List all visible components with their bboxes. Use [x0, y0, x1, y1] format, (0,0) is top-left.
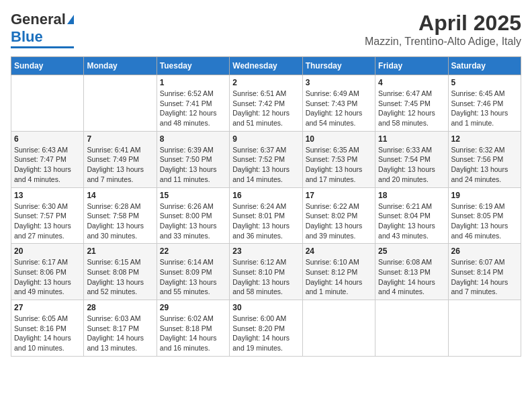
day-number: 1: [160, 78, 226, 87]
day-of-week-sunday: Sunday: [11, 57, 84, 75]
day-number: 17: [306, 191, 372, 200]
day-number: 9: [232, 134, 299, 144]
calendar-cell: 19Sunrise: 6:19 AMSunset: 8:05 PMDayligh…: [448, 187, 521, 244]
calendar-cell: 27Sunrise: 6:05 AMSunset: 8:16 PMDayligh…: [11, 300, 84, 357]
calendar-cell: 21Sunrise: 6:15 AMSunset: 8:08 PMDayligh…: [84, 244, 157, 300]
calendar-cell: 18Sunrise: 6:21 AMSunset: 8:04 PMDayligh…: [375, 187, 448, 244]
title-block: April 2025 Mazzin, Trentino-Alto Adige, …: [365, 11, 521, 48]
day-info: Sunrise: 6:32 AMSunset: 7:56 PMDaylight:…: [451, 145, 518, 185]
calendar-cell: 10Sunrise: 6:35 AMSunset: 7:53 PMDayligh…: [302, 131, 375, 187]
calendar-cell: [448, 300, 521, 357]
day-number: 28: [87, 303, 153, 312]
calendar-cell: 14Sunrise: 6:28 AMSunset: 7:58 PMDayligh…: [84, 187, 157, 244]
logo-blue: Blue: [11, 28, 43, 46]
day-info: Sunrise: 6:00 AMSunset: 8:20 PMDaylight:…: [232, 314, 299, 353]
day-number: 4: [378, 78, 445, 87]
day-info: Sunrise: 6:07 AMSunset: 8:14 PMDaylight:…: [451, 257, 518, 297]
day-info: Sunrise: 6:51 AMSunset: 7:42 PMDaylight:…: [232, 89, 299, 128]
calendar-cell: 3Sunrise: 6:49 AMSunset: 7:43 PMDaylight…: [302, 75, 375, 132]
day-info: Sunrise: 6:12 AMSunset: 8:10 PMDaylight:…: [232, 257, 299, 297]
day-info: Sunrise: 6:30 AMSunset: 7:57 PMDaylight:…: [14, 201, 81, 241]
calendar-week-5: 27Sunrise: 6:05 AMSunset: 8:16 PMDayligh…: [11, 300, 521, 357]
day-info: Sunrise: 6:05 AMSunset: 8:16 PMDaylight:…: [14, 314, 81, 353]
day-number: 2: [232, 78, 299, 87]
day-info: Sunrise: 6:24 AMSunset: 8:01 PMDaylight:…: [232, 201, 299, 241]
day-info: Sunrise: 6:41 AMSunset: 7:49 PMDaylight:…: [87, 145, 153, 185]
day-info: Sunrise: 6:49 AMSunset: 7:43 PMDaylight:…: [306, 89, 372, 128]
day-number: 21: [87, 246, 153, 256]
calendar-cell: [302, 300, 375, 357]
day-info: Sunrise: 6:03 AMSunset: 8:17 PMDaylight:…: [87, 314, 153, 353]
day-info: Sunrise: 6:15 AMSunset: 8:08 PMDaylight:…: [87, 257, 153, 297]
day-info: Sunrise: 6:19 AMSunset: 8:05 PMDaylight:…: [451, 201, 518, 241]
day-number: 8: [160, 134, 226, 144]
logo-underline: [11, 46, 74, 48]
calendar-cell: 12Sunrise: 6:32 AMSunset: 7:56 PMDayligh…: [448, 131, 521, 187]
day-of-week-thursday: Thursday: [302, 57, 375, 75]
day-number: 5: [451, 78, 518, 87]
day-info: Sunrise: 6:33 AMSunset: 7:54 PMDaylight:…: [378, 145, 445, 185]
calendar-header: SundayMondayTuesdayWednesdayThursdayFrid…: [11, 57, 521, 75]
calendar-week-1: 1Sunrise: 6:52 AMSunset: 7:41 PMDaylight…: [11, 75, 521, 132]
day-number: 3: [306, 78, 372, 87]
calendar-cell: 9Sunrise: 6:37 AMSunset: 7:52 PMDaylight…: [230, 131, 302, 187]
day-info: Sunrise: 6:10 AMSunset: 8:12 PMDaylight:…: [306, 257, 372, 297]
day-number: 29: [160, 303, 226, 312]
logo: General Blue: [11, 11, 74, 48]
day-info: Sunrise: 6:47 AMSunset: 7:45 PMDaylight:…: [378, 89, 445, 128]
calendar-table: SundayMondayTuesdayWednesdayThursdayFrid…: [11, 56, 521, 357]
calendar-cell: 25Sunrise: 6:08 AMSunset: 8:13 PMDayligh…: [375, 244, 448, 300]
page-subtitle: Mazzin, Trentino-Alto Adige, Italy: [365, 36, 521, 48]
day-number: 25: [378, 246, 445, 256]
day-of-week-wednesday: Wednesday: [230, 57, 302, 75]
calendar-cell: 17Sunrise: 6:22 AMSunset: 8:02 PMDayligh…: [302, 187, 375, 244]
page-title: April 2025: [365, 11, 521, 36]
calendar-cell: 28Sunrise: 6:03 AMSunset: 8:17 PMDayligh…: [84, 300, 157, 357]
calendar-cell: 16Sunrise: 6:24 AMSunset: 8:01 PMDayligh…: [230, 187, 302, 244]
day-info: Sunrise: 6:45 AMSunset: 7:46 PMDaylight:…: [451, 89, 518, 128]
day-number: 6: [14, 134, 81, 144]
day-info: Sunrise: 6:52 AMSunset: 7:41 PMDaylight:…: [160, 89, 226, 128]
day-number: 18: [378, 191, 445, 200]
day-info: Sunrise: 6:28 AMSunset: 7:58 PMDaylight:…: [87, 201, 153, 241]
day-number: 14: [87, 191, 153, 200]
calendar-cell: 15Sunrise: 6:26 AMSunset: 8:00 PMDayligh…: [157, 187, 229, 244]
day-info: Sunrise: 6:21 AMSunset: 8:04 PMDaylight:…: [378, 201, 445, 241]
day-info: Sunrise: 6:37 AMSunset: 7:52 PMDaylight:…: [232, 145, 299, 185]
calendar-cell: 7Sunrise: 6:41 AMSunset: 7:49 PMDaylight…: [84, 131, 157, 187]
calendar-cell: 5Sunrise: 6:45 AMSunset: 7:46 PMDaylight…: [448, 75, 521, 132]
day-number: 19: [451, 191, 518, 200]
calendar-cell: 1Sunrise: 6:52 AMSunset: 7:41 PMDaylight…: [157, 75, 229, 132]
day-number: 11: [378, 134, 445, 144]
day-number: 22: [160, 246, 226, 256]
day-number: 23: [232, 246, 299, 256]
calendar-body: 1Sunrise: 6:52 AMSunset: 7:41 PMDaylight…: [11, 75, 521, 357]
calendar-week-2: 6Sunrise: 6:43 AMSunset: 7:47 PMDaylight…: [11, 131, 521, 187]
day-info: Sunrise: 6:08 AMSunset: 8:13 PMDaylight:…: [378, 257, 445, 297]
calendar-cell: [11, 75, 84, 132]
day-number: 12: [451, 134, 518, 144]
page-header: General Blue April 2025 Mazzin, Trentino…: [11, 11, 521, 48]
day-info: Sunrise: 6:35 AMSunset: 7:53 PMDaylight:…: [306, 145, 372, 185]
day-of-week-monday: Monday: [84, 57, 157, 75]
day-info: Sunrise: 6:14 AMSunset: 8:09 PMDaylight:…: [160, 257, 226, 297]
calendar-cell: [375, 300, 448, 357]
calendar-cell: [84, 75, 157, 132]
calendar-cell: 2Sunrise: 6:51 AMSunset: 7:42 PMDaylight…: [230, 75, 302, 132]
day-number: 15: [160, 191, 226, 200]
days-of-week-row: SundayMondayTuesdayWednesdayThursdayFrid…: [11, 57, 521, 75]
calendar-cell: 6Sunrise: 6:43 AMSunset: 7:47 PMDaylight…: [11, 131, 84, 187]
calendar-cell: 20Sunrise: 6:17 AMSunset: 8:06 PMDayligh…: [11, 244, 84, 300]
calendar-cell: 26Sunrise: 6:07 AMSunset: 8:14 PMDayligh…: [448, 244, 521, 300]
calendar-cell: 13Sunrise: 6:30 AMSunset: 7:57 PMDayligh…: [11, 187, 84, 244]
day-info: Sunrise: 6:26 AMSunset: 8:00 PMDaylight:…: [160, 201, 226, 241]
day-number: 10: [306, 134, 372, 144]
calendar-cell: 30Sunrise: 6:00 AMSunset: 8:20 PMDayligh…: [230, 300, 302, 357]
day-number: 7: [87, 134, 153, 144]
calendar-cell: 29Sunrise: 6:02 AMSunset: 8:18 PMDayligh…: [157, 300, 229, 357]
day-number: 26: [451, 246, 518, 256]
day-of-week-tuesday: Tuesday: [157, 57, 229, 75]
day-of-week-friday: Friday: [375, 57, 448, 75]
calendar-cell: 4Sunrise: 6:47 AMSunset: 7:45 PMDaylight…: [375, 75, 448, 132]
day-info: Sunrise: 6:02 AMSunset: 8:18 PMDaylight:…: [160, 314, 226, 353]
